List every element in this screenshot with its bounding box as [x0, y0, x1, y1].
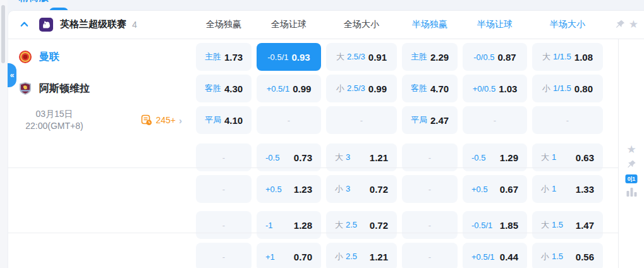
- odds-cell[interactable]: +0.5/10.44: [463, 243, 527, 268]
- match-datetime: 03月15日 22:00(GMT+8): [15, 108, 94, 132]
- league-match-count: 4: [132, 20, 137, 30]
- odds-cell[interactable]: 客胜4.70: [402, 75, 458, 102]
- odds-cell-empty: -: [402, 243, 458, 268]
- match-actions-stack: ★ 0|1: [626, 144, 638, 197]
- odds-cell[interactable]: +0.50.67: [463, 175, 527, 203]
- odds-cell[interactable]: 大1/1.51.08: [532, 43, 603, 71]
- odds-cell[interactable]: +10.70: [257, 243, 321, 268]
- odds-cell-empty: -: [532, 106, 603, 134]
- away-team-row[interactable]: 阿斯顿维拉: [8, 75, 196, 102]
- league-header-left: 英格兰超级联赛 4: [8, 18, 196, 32]
- home-team-row[interactable]: 曼联: [8, 43, 196, 71]
- odds-cell[interactable]: 小11.33: [532, 175, 603, 203]
- league-header-actions: ★: [614, 19, 638, 30]
- odds-cell[interactable]: 主胜2.29: [402, 43, 458, 71]
- odds-cell[interactable]: -0/0.50.87: [463, 43, 527, 71]
- collapse-panel-icon: «: [10, 71, 15, 80]
- section-divider: [8, 168, 618, 168]
- section-divider: [8, 233, 618, 233]
- column-header-5[interactable]: 半场让球: [463, 19, 527, 30]
- odds-cell[interactable]: 客胜4.30: [196, 75, 252, 102]
- odds-cell[interactable]: -0.5/10.93: [257, 43, 321, 71]
- match-time: 22:00(GMT+8): [15, 120, 94, 132]
- scrollbar-thumb[interactable]: [1, 5, 5, 63]
- odds-cell[interactable]: 小30.72: [326, 175, 397, 203]
- odds-cell[interactable]: +0.51.23: [257, 175, 321, 203]
- top-strip: 精简版: [8, 0, 644, 10]
- league-header: 英格兰超级联赛 4 全场独赢全场让球全场大小半场独赢半场让球半场大小 ★: [8, 10, 644, 39]
- odds-cell[interactable]: -11.28: [257, 211, 321, 239]
- markets-count: 245+: [155, 115, 176, 125]
- left-gutter: [0, 0, 8, 268]
- match-date: 03月15日: [15, 108, 94, 120]
- league-card: « 英格兰超级联赛 4 全场独赢全场让球全场大小半场独赢半场让球半场大小: [8, 10, 644, 268]
- odds-cell[interactable]: 小2.5/30.99: [326, 75, 397, 102]
- market-column-headers: 全场独赢全场让球全场大小半场独赢半场让球半场大小: [196, 19, 618, 30]
- odds-cell[interactable]: 大1.51.47: [532, 211, 603, 239]
- column-header-2[interactable]: 全场让球: [257, 19, 321, 30]
- collapse-league-icon[interactable]: [19, 19, 30, 30]
- odds-cell-empty: -: [326, 106, 397, 134]
- home-team-name: 曼联: [39, 51, 59, 64]
- markets-coins-icon: [141, 114, 152, 126]
- more-markets-button[interactable]: 245+ ›: [141, 114, 182, 126]
- odds-section-1: 主胜1.73-0.5/10.93大2.5/30.91主胜2.29-0/0.50.…: [196, 39, 603, 134]
- odds-cell[interactable]: 小2.51.21: [326, 243, 397, 268]
- right-rail: ★ 0|1: [618, 39, 644, 268]
- match-meta-row: 03月15日 22:00(GMT+8) 245+ ›: [8, 106, 196, 134]
- odds-section-3: --11.28大2.50.72--0.5/11.85大1.51.47-+10.7…: [196, 211, 603, 268]
- chevron-right-icon: ›: [179, 116, 182, 125]
- odds-cell-empty: -: [196, 175, 252, 203]
- pin-match-icon[interactable]: [626, 159, 637, 170]
- match-body: 曼联 阿斯顿维拉 03月15日 22:00(GMT+8): [8, 39, 644, 268]
- column-header-3[interactable]: 全场大小: [326, 19, 397, 30]
- odds-cell[interactable]: 小1.50.56: [532, 243, 603, 268]
- odds-cell-empty: -: [402, 211, 458, 239]
- betting-page: 精简版 « 英格兰超级联赛 4 全场独赢全场让球全场大小半场独赢半场让球半场大小: [0, 0, 644, 268]
- odds-cell[interactable]: 小1/1.50.80: [532, 75, 603, 102]
- odds-cell[interactable]: +0.5/10.99: [257, 75, 321, 102]
- odds-cell[interactable]: 平局2.47: [402, 106, 458, 134]
- favorite-league-icon[interactable]: ★: [629, 19, 638, 30]
- favorite-match-icon[interactable]: ★: [626, 144, 636, 155]
- odds-section-2: --0.50.73大31.21--0.51.29大10.63-+0.51.23小…: [196, 143, 603, 203]
- home-team-logo-icon: [18, 50, 32, 64]
- column-header-4[interactable]: 半场独赢: [402, 19, 458, 30]
- odds-cell[interactable]: +0/0.51.03: [463, 75, 527, 102]
- odds-cell[interactable]: -0.5/11.85: [463, 211, 527, 239]
- pin-league-icon[interactable]: [614, 19, 626, 30]
- score-badge[interactable]: 0|1: [626, 174, 638, 183]
- odds-cell-empty: -: [196, 211, 252, 239]
- odds-cell-empty: -: [402, 175, 458, 203]
- column-header-6[interactable]: 半场大小: [532, 19, 603, 30]
- match-info-panel: 曼联 阿斯顿维拉 03月15日 22:00(GMT+8): [8, 39, 196, 268]
- stats-chart-icon[interactable]: [626, 188, 636, 197]
- odds-cell[interactable]: 平局4.10: [196, 106, 252, 134]
- league-title: 英格兰超级联赛: [60, 18, 126, 30]
- away-team-logo-icon: [18, 82, 32, 95]
- top-tab-clipped[interactable]: 精简版: [19, 0, 49, 4]
- premier-league-logo-icon: [39, 18, 53, 32]
- odds-grid: 主胜1.73-0.5/10.93大2.5/30.91主胜2.29-0/0.50.…: [196, 39, 618, 268]
- odds-cell-empty: -: [196, 243, 252, 268]
- odds-cell-empty: -: [257, 106, 321, 134]
- odds-cell[interactable]: 大2.5/30.91: [326, 43, 397, 71]
- collapse-panel-button[interactable]: «: [8, 63, 16, 87]
- odds-cell[interactable]: 主胜1.73: [196, 43, 252, 71]
- column-header-1[interactable]: 全场独赢: [196, 19, 252, 30]
- away-team-name: 阿斯顿维拉: [39, 82, 90, 95]
- odds-cell-empty: -: [463, 106, 527, 134]
- odds-cell[interactable]: 大2.50.72: [326, 211, 397, 239]
